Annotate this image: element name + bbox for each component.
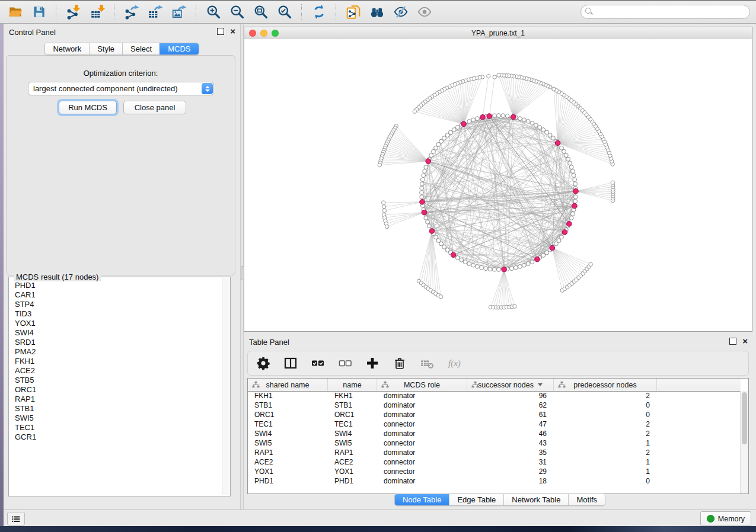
table-body: FKH1FKH1dominator962STB1STB1dominator620… [248, 391, 741, 493]
apply-layout-button[interactable] [310, 3, 328, 21]
tab-style[interactable]: Style [89, 43, 122, 55]
desktop-wallpaper-bottom [0, 526, 756, 532]
table-row[interactable]: ORC1ORC1dominator610 [248, 410, 741, 419]
cell-shared_name: YOX1 [248, 467, 328, 476]
mcds-result-list[interactable]: PHD1CAR1STP4TID3YOX1SWI4SRD1PMA2FKH1ACE2… [9, 278, 222, 495]
zoom-out-icon [229, 4, 245, 20]
run-mcds-button[interactable]: Run MCDS [59, 101, 117, 114]
clone-network-button[interactable] [344, 3, 363, 21]
close-panel-icon[interactable]: × [230, 28, 235, 34]
table-scrollbar[interactable] [740, 391, 748, 493]
open-session-button[interactable] [6, 3, 25, 21]
mcds-result-item[interactable]: YOX1 [15, 319, 222, 328]
close-panel-button[interactable]: Close panel [123, 101, 186, 114]
cell-mcds_role: dominator [377, 401, 467, 409]
first-neighbors-button[interactable] [368, 3, 387, 21]
mcds-result-item[interactable]: PMA2 [15, 347, 222, 357]
deselect-all-button[interactable] [336, 354, 355, 372]
optimization-criterion-value: largest connected component (undirected) [28, 84, 202, 93]
table-row[interactable]: FKH1FKH1dominator962 [248, 391, 741, 400]
delete-column-button[interactable] [390, 354, 409, 372]
search-box [580, 5, 750, 19]
mcds-result-item[interactable]: FKH1 [15, 357, 222, 366]
cell-successor_nodes: 31 [467, 458, 554, 466]
table-row[interactable]: PHD1PHD1dominator180 [248, 476, 741, 486]
tab-mcds[interactable]: MCDS [160, 43, 198, 55]
network-canvas[interactable] [244, 39, 752, 331]
column-header-successor-nodes[interactable]: successor nodes [467, 379, 554, 391]
show-columns-button[interactable] [281, 354, 300, 372]
export-table-button[interactable] [146, 3, 165, 21]
table-row[interactable]: SWI4SWI4dominator462 [248, 429, 741, 438]
close-panel-icon[interactable]: × [742, 338, 748, 344]
table-row[interactable]: YOX1YOX1connector291 [248, 467, 741, 476]
table-row[interactable]: STB1STB1dominator620 [248, 400, 741, 410]
mcds-result-item[interactable]: SWI5 [15, 414, 222, 423]
cell-name: TEC1 [328, 420, 377, 428]
cell-successor_nodes: 18 [467, 477, 554, 485]
mcds-result-item[interactable]: SWI4 [15, 328, 222, 338]
zoom-out-button[interactable] [228, 3, 247, 21]
folder-icon [8, 4, 23, 20]
tab-motifs[interactable]: Motifs [568, 494, 605, 505]
search-input[interactable] [580, 5, 750, 19]
table-row[interactable]: ACE2ACE2connector311 [248, 457, 741, 467]
memory-status-icon [707, 515, 714, 523]
table-row[interactable]: TEC1TEC1connector472 [248, 419, 741, 429]
zoom-selected-button[interactable] [275, 3, 294, 21]
mcds-result-item[interactable]: PHD1 [15, 281, 222, 290]
export-network-button[interactable] [122, 3, 141, 21]
import-table-button[interactable] [88, 3, 107, 21]
mcds-result-item[interactable]: GCR1 [15, 432, 222, 442]
tab-select[interactable]: Select [122, 43, 160, 55]
mcds-result-item[interactable]: STB5 [15, 376, 222, 385]
mcds-result-item[interactable]: STB1 [15, 404, 222, 414]
show-hidden-button[interactable] [415, 3, 434, 21]
float-panel-icon[interactable] [217, 28, 224, 35]
task-history-button[interactable] [7, 512, 25, 525]
cell-mcds_role: dominator [377, 448, 467, 457]
control-panel-tabs: NetworkStyleSelectMCDS [44, 43, 199, 55]
optimization-criterion-select[interactable]: largest connected component (undirected) [28, 82, 214, 95]
import-network-button[interactable] [64, 3, 83, 21]
tab-node-table[interactable]: Node Table [395, 494, 449, 505]
search-icon [585, 8, 593, 15]
column-header-predecessor-nodes[interactable]: predecessor nodes [554, 379, 657, 391]
column-header-shared-name[interactable]: shared name [248, 379, 328, 391]
select-all-button[interactable] [308, 354, 327, 372]
mcds-result-item[interactable]: ACE2 [15, 366, 222, 376]
table-row[interactable]: SWI5SWI5connector431 [248, 438, 741, 448]
mcds-result-item[interactable]: TID3 [15, 309, 222, 319]
table-row[interactable]: RAP1RAP1dominator352 [248, 448, 741, 457]
mcds-result-item[interactable]: SRD1 [15, 338, 222, 347]
column-type-icon [381, 382, 389, 388]
mcds-result-scrollbar[interactable] [222, 278, 229, 495]
zoom-in-button[interactable] [204, 3, 223, 21]
export-network-icon [124, 4, 139, 20]
column-type-icon [252, 382, 260, 388]
column-header-MCDS-role[interactable]: MCDS role [377, 379, 467, 391]
mcds-result-item[interactable]: CAR1 [15, 290, 222, 300]
hide-selected-button[interactable] [391, 3, 410, 21]
svg-text:f(x): f(x) [448, 358, 461, 368]
table-panel-window-buttons: × [729, 338, 748, 345]
table-del-icon [420, 356, 434, 370]
float-panel-icon[interactable] [729, 338, 736, 345]
zoom-fit-button[interactable] [251, 3, 270, 21]
mcds-result-item[interactable]: RAP1 [15, 395, 222, 404]
mcds-result-item[interactable]: STP4 [15, 300, 222, 309]
mcds-result-item[interactable]: TEC1 [15, 423, 222, 432]
toolbar-separator [336, 4, 337, 20]
save-session-button[interactable] [30, 3, 49, 21]
tab-network-table[interactable]: Network Table [503, 494, 568, 505]
mcds-result-item[interactable]: ORC1 [15, 385, 222, 395]
add-column-button[interactable] [363, 354, 382, 372]
tab-edge-table[interactable]: Edge Table [449, 494, 503, 505]
export-image-button[interactable] [170, 3, 189, 21]
cell-predecessor_nodes: 1 [554, 439, 657, 447]
memory-button[interactable]: Memory [700, 511, 751, 526]
tab-network[interactable]: Network [45, 43, 89, 55]
table-options-button[interactable] [254, 354, 273, 372]
scrollbar-thumb[interactable] [742, 392, 747, 444]
column-header-name[interactable]: name [328, 379, 377, 391]
